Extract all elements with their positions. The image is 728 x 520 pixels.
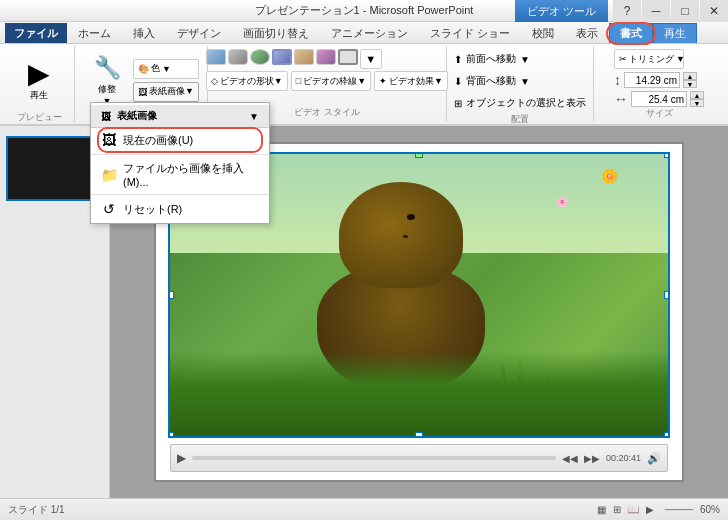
style-4[interactable]: [272, 49, 292, 65]
arrange-group: ⬆ 前面へ移動 ▼ ⬇ 背面へ移動 ▼ ⊞ オブジェクトの選択と表示 配置: [447, 46, 594, 122]
height-down-btn[interactable]: ▼: [683, 80, 697, 88]
tab-format[interactable]: 書式: [609, 23, 653, 43]
video-play-button[interactable]: ▶: [177, 451, 186, 465]
close-button[interactable]: ✕: [700, 0, 728, 22]
size-group: ✂ トリミング ▼ ↕ ▲ ▼ ↔ ▲ ▼: [594, 46, 724, 122]
video-forward-button[interactable]: ▶▶: [584, 453, 600, 464]
video-controls: ▶ ◀◀ ▶▶ 00:20:41 🔊: [170, 444, 668, 472]
tab-slideshow[interactable]: スライド ショー: [419, 23, 521, 43]
poster-button[interactable]: 🖼 表紙画像▼: [133, 82, 199, 102]
tab-animations[interactable]: アニメーション: [320, 23, 419, 43]
reset-menu-item[interactable]: ↺ リセット(R): [91, 197, 269, 221]
tab-design[interactable]: デザイン: [166, 23, 232, 43]
tab-transitions[interactable]: 画面切り替え: [232, 23, 320, 43]
color-button[interactable]: 🎨 色 ▼: [133, 59, 199, 79]
tab-view[interactable]: 表示: [565, 23, 609, 43]
handle-top-right[interactable]: [664, 152, 670, 158]
width-icon: ↔: [614, 91, 628, 107]
reset-label: リセット(R): [123, 202, 182, 217]
style-5[interactable]: [294, 49, 314, 65]
maximize-button[interactable]: □: [671, 0, 699, 22]
trim-label: トリミング: [629, 53, 674, 66]
minimize-button[interactable]: ─: [642, 0, 670, 22]
handle-bottom-left[interactable]: [168, 432, 174, 438]
groundhog-head: [339, 182, 462, 288]
bring-front-button[interactable]: ⬆ 前面へ移動 ▼: [449, 49, 535, 69]
play-button[interactable]: ▶ 再生: [12, 49, 66, 111]
volume-button[interactable]: 🔊: [647, 452, 661, 465]
send-back-label: 背面へ移動: [466, 74, 516, 88]
handle-middle-right[interactable]: [664, 291, 670, 299]
tab-home[interactable]: ホーム: [67, 23, 122, 43]
handle-bottom-right[interactable]: [664, 432, 670, 438]
video-rewind-button[interactable]: ◀◀: [562, 453, 578, 464]
video-progress-bar[interactable]: [192, 456, 556, 460]
width-row: ↔ ▲ ▼: [614, 91, 704, 107]
flower-1: 🌼: [601, 168, 618, 184]
width-spinner: ▲ ▼: [690, 91, 704, 107]
select-icon: ⊞: [454, 98, 462, 109]
video-effect-button[interactable]: ✦ビデオ効果▼: [374, 71, 448, 91]
preview-group-label: プレビュー: [17, 111, 62, 124]
handle-middle-left[interactable]: [168, 291, 174, 299]
zoom-controls: ▦ ⊞ 📖 ▶ ──── 60%: [597, 504, 720, 515]
format-tab-highlight: [606, 22, 656, 45]
trim-row: ✂ トリミング ▼: [614, 49, 684, 69]
title-bar: プレゼンテーション1 - Microsoft PowerPoint ビデオ ツー…: [0, 0, 728, 22]
select-label: オブジェクトの選択と表示: [466, 96, 586, 110]
style-2[interactable]: [228, 49, 248, 65]
groundhog-nose: [403, 235, 408, 238]
poster-label: 表紙画像▼: [149, 85, 194, 98]
handle-bottom-center[interactable]: [415, 432, 423, 438]
styles-expand-btn[interactable]: ▼: [360, 49, 382, 69]
status-text: スライド 1/1: [8, 503, 65, 517]
slide-item-1[interactable]: 1: [6, 136, 103, 201]
video-tools-label: ビデオ ツール: [515, 0, 608, 22]
status-bar: スライド 1/1 ▦ ⊞ 📖 ▶ ──── 60%: [0, 498, 728, 520]
ribbon: ▶ 再生 プレビュー 🔧 修整▼ 🎨 色 ▼ 🖼 表紙画像▼: [0, 44, 728, 126]
tab-insert[interactable]: 挿入: [122, 23, 166, 43]
trim-button[interactable]: ✂ トリミング ▼: [614, 49, 684, 69]
handle-top-center[interactable]: [415, 152, 423, 158]
normal-view-btn[interactable]: ▦: [597, 504, 606, 515]
slide-thumbnail-1[interactable]: [6, 136, 96, 201]
width-input[interactable]: [631, 91, 687, 107]
tab-review[interactable]: 校閲: [521, 23, 565, 43]
send-back-button[interactable]: ⬇ 背面へ移動 ▼: [449, 71, 535, 91]
slideshow-btn[interactable]: ▶: [646, 504, 654, 515]
select-objects-button[interactable]: ⊞ オブジェクトの選択と表示: [449, 93, 591, 113]
height-up-btn[interactable]: ▲: [683, 72, 697, 80]
slide-content: [8, 138, 94, 199]
tab-file[interactable]: ファイル: [5, 23, 67, 43]
current-image-menu-item[interactable]: 🖼 現在の画像(U): [91, 128, 269, 152]
height-spinner: ▲ ▼: [683, 72, 697, 88]
style-7[interactable]: [338, 49, 358, 65]
video-shape-button[interactable]: ◇ビデオの形状▼: [206, 71, 288, 91]
reading-view-btn[interactable]: 📖: [627, 504, 639, 515]
zoom-level: 60%: [700, 504, 720, 515]
help-button[interactable]: ?: [613, 0, 641, 22]
play-icon: ▶: [28, 60, 50, 88]
style-1[interactable]: [206, 49, 226, 65]
arrange-group-label: 配置: [511, 113, 529, 126]
play-label: 再生: [30, 90, 48, 101]
groundhog-eye: [407, 214, 415, 220]
width-up-btn[interactable]: ▲: [690, 91, 704, 99]
style-row-1: ▼: [206, 49, 382, 69]
slide-sorter-btn[interactable]: ⊞: [613, 504, 621, 515]
repair-icon: 🔧: [94, 55, 121, 81]
title-text: プレゼンテーション1 - Microsoft PowerPoint: [255, 3, 474, 18]
video-styles-label: ビデオ スタイル: [294, 106, 360, 119]
trim-icon: ✂: [619, 54, 627, 64]
current-image-icon: 🖼: [101, 132, 117, 148]
tab-playback[interactable]: 再生: [653, 23, 697, 43]
window-controls: ? ─ □ ✕: [613, 0, 728, 22]
size-group-label: サイズ: [646, 107, 673, 120]
style-6[interactable]: [316, 49, 336, 65]
video-border-button[interactable]: □ビデオの枠線▼: [291, 71, 371, 91]
from-file-menu-item[interactable]: 📁 ファイルから画像を挿入(M)...: [91, 157, 269, 192]
style-3[interactable]: [250, 49, 270, 65]
height-input[interactable]: [624, 72, 680, 88]
from-file-label: ファイルから画像を挿入(M)...: [123, 161, 259, 188]
width-down-btn[interactable]: ▼: [690, 99, 704, 107]
